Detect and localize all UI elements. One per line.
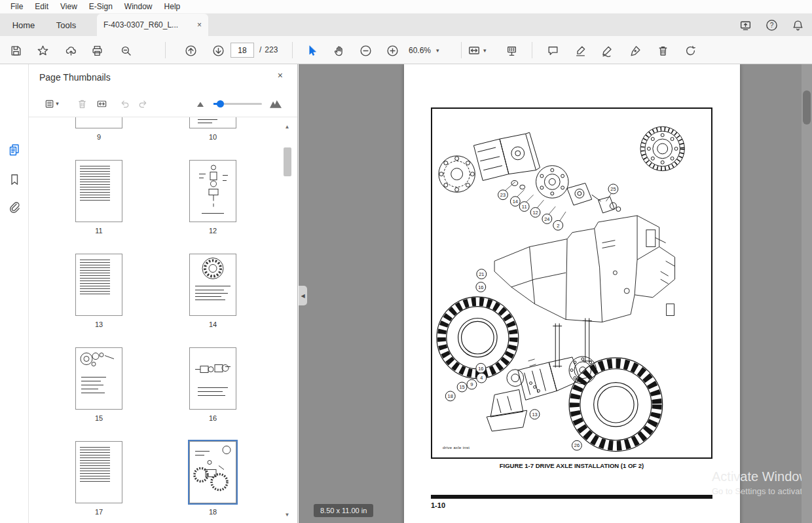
- panel-scrollbar-thumb[interactable]: [284, 147, 291, 176]
- menu-view[interactable]: View: [54, 0, 83, 13]
- svg-text:9: 9: [470, 381, 473, 387]
- page-thumbnail-15[interactable]: 15: [75, 347, 122, 422]
- comment-icon[interactable]: [543, 41, 563, 60]
- document-tab-label: F-403-0307_R60_L...: [103, 20, 192, 29]
- thumbnail-size-slider[interactable]: [213, 90, 262, 117]
- document-tab[interactable]: F-403-0307_R60_L... ×: [97, 14, 208, 36]
- page-thumbnails-panel: Page Thumbnails × ▾: [29, 64, 298, 523]
- page-thumbnail-13[interactable]: 13: [75, 254, 122, 328]
- document-scrollbar-thumb[interactable]: [803, 90, 811, 125]
- scroll-down-icon[interactable]: ▼: [282, 512, 293, 518]
- thumbnail-page-number: 17: [75, 508, 122, 516]
- panel-close-icon[interactable]: ×: [278, 70, 283, 81]
- zoom-in-icon[interactable]: [382, 41, 402, 60]
- search-icon[interactable]: [116, 41, 136, 60]
- page-thumbnail-10[interactable]: 10: [189, 117, 236, 141]
- panel-collapse-icon[interactable]: ◀: [299, 286, 307, 305]
- notifications-bell-icon[interactable]: [790, 17, 805, 33]
- document-canvas[interactable]: ◀: [299, 64, 812, 523]
- menu-window[interactable]: Window: [119, 0, 158, 13]
- delete-icon[interactable]: [653, 41, 673, 60]
- attachments-paperclip-icon[interactable]: [5, 199, 24, 217]
- tab-home[interactable]: Home: [0, 14, 47, 36]
- figure-note: drive axle inst: [443, 446, 470, 450]
- callout-12: 12: [530, 208, 540, 218]
- tab-tools[interactable]: Tools: [47, 14, 85, 36]
- menu-file[interactable]: File: [5, 0, 29, 13]
- pdf-page: 23141112242252116164915181326 drive axle…: [404, 64, 740, 523]
- undo-icon[interactable]: [115, 94, 134, 113]
- draw-icon[interactable]: [597, 41, 617, 60]
- thumbnail-image[interactable]: [75, 441, 122, 503]
- page-thumbnail-18[interactable]: 18: [189, 441, 236, 516]
- thumbnail-image[interactable]: [189, 441, 236, 503]
- figure-caption: FIGURE 1-7 DRIVE AXLE INSTALLATION (1 OF…: [431, 462, 712, 469]
- thumbnail-image[interactable]: [189, 160, 236, 222]
- slider-knob[interactable]: [217, 100, 224, 107]
- next-page-icon[interactable]: [208, 41, 228, 60]
- callout-25: 25: [608, 184, 618, 194]
- callout-15: 15: [457, 382, 467, 392]
- thumbnail-image[interactable]: [75, 254, 122, 316]
- thumbnail-image[interactable]: [189, 254, 236, 316]
- fit-width-dropdown[interactable]: ▾: [468, 41, 487, 60]
- callout-4: 4: [477, 373, 487, 383]
- chevron-down-icon: ▾: [56, 100, 59, 107]
- thumbnail-delete-icon[interactable]: [73, 94, 91, 113]
- page-thumbnail-17[interactable]: 17: [75, 441, 122, 516]
- toolbar-separator: [292, 42, 293, 58]
- svg-text:14: 14: [513, 199, 518, 204]
- help-icon[interactable]: ?: [764, 17, 779, 33]
- redo-icon[interactable]: [134, 94, 152, 113]
- svg-text:21: 21: [479, 271, 484, 277]
- highlight-icon[interactable]: [570, 41, 590, 60]
- page-number-input[interactable]: [231, 43, 254, 58]
- bookmarks-icon[interactable]: [5, 170, 24, 189]
- document-tab-close-icon[interactable]: ×: [197, 20, 202, 29]
- panel-title: Page Thumbnails: [39, 72, 111, 83]
- menu-edit[interactable]: Edit: [29, 0, 54, 13]
- page-count: / 223: [259, 45, 278, 54]
- hand-tool-icon[interactable]: [329, 41, 348, 60]
- svg-text:16: 16: [478, 284, 483, 290]
- print-icon[interactable]: [87, 41, 107, 60]
- rotate-icon[interactable]: [680, 41, 700, 60]
- thumbnail-fit-icon[interactable]: [92, 94, 111, 113]
- thumbnail-image[interactable]: [75, 160, 122, 222]
- svg-text:16: 16: [478, 366, 483, 372]
- tabbar-right-icons: ?: [737, 14, 805, 36]
- callout-11: 11: [519, 202, 529, 212]
- thumbnail-image[interactable]: [189, 347, 236, 410]
- navigation-pane-strip: [0, 64, 29, 523]
- scroll-up-icon[interactable]: ▲: [282, 124, 293, 130]
- fill-sign-icon[interactable]: [625, 41, 645, 60]
- thumbnail-image[interactable]: [75, 117, 122, 128]
- main-toolbar: / 223 60.6% ▾ ▾: [0, 36, 812, 64]
- share-screen-icon[interactable]: [737, 17, 753, 33]
- thumbnail-options-icon[interactable]: ▾: [39, 94, 64, 113]
- page-thumbnail-14[interactable]: 14: [189, 254, 236, 328]
- svg-text:12: 12: [532, 210, 538, 216]
- page-thumbnails-icon[interactable]: [5, 140, 24, 159]
- zoom-out-icon[interactable]: [356, 41, 375, 60]
- callout-24: 24: [542, 214, 552, 223]
- zoom-level-dropdown[interactable]: 60.6% ▾: [409, 42, 439, 59]
- figure-frame: 23141112242252116164915181326 drive axle…: [431, 107, 712, 459]
- thumbnail-image[interactable]: [75, 347, 122, 410]
- page-thumbnail-12[interactable]: 12: [189, 160, 236, 235]
- page-thumbnail-11[interactable]: 11: [75, 160, 122, 235]
- document-scrollbar: [802, 64, 812, 523]
- thumbnail-image[interactable]: [189, 117, 236, 128]
- page-thumbnail-9[interactable]: 9: [75, 117, 122, 141]
- menu-esign[interactable]: E-Sign: [83, 0, 119, 13]
- save-icon[interactable]: [6, 41, 26, 60]
- menu-help[interactable]: Help: [158, 0, 187, 13]
- select-tool-icon[interactable]: [302, 41, 322, 60]
- cloud-upload-icon[interactable]: [61, 41, 81, 60]
- previous-page-icon[interactable]: [181, 41, 200, 60]
- page-display-icon[interactable]: [502, 41, 521, 60]
- star-icon[interactable]: [33, 41, 52, 60]
- page-thumbnail-16[interactable]: 16: [189, 347, 236, 422]
- page-footer-number: 1-10: [431, 501, 445, 509]
- svg-text:24: 24: [544, 216, 549, 222]
